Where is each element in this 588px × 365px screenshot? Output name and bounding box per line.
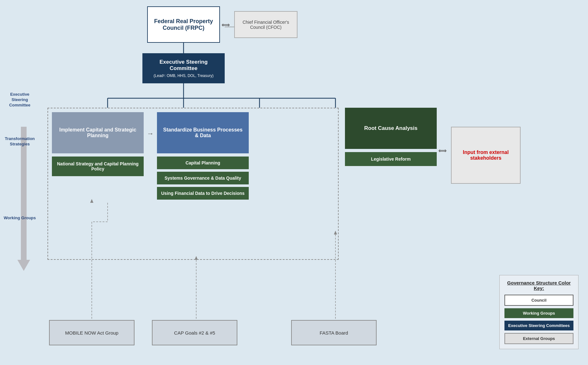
svg-marker-24: [17, 260, 30, 271]
gov-key-title: Governance Structure Color Key:: [504, 280, 573, 291]
strategies-dashed-container: Implement Capital and Strategic Planning…: [47, 108, 339, 260]
cap-goals-box: CAP Goals #2 & #5: [152, 320, 237, 345]
col2-item3: Using Financial Data to Drive Decisions: [157, 187, 249, 200]
esc-main-box: Executive Steering Committee (Lead¹: OMB…: [142, 53, 225, 83]
col2: Standardize Business Processes & Data Ca…: [157, 112, 249, 255]
col1: Implement Capital and Strategic Planning…: [52, 112, 144, 255]
col3-header: Root Cause Analysis: [345, 108, 437, 149]
gov-key-ext: External Groups: [504, 333, 573, 344]
col3-item1: Legislative Reform: [345, 152, 437, 166]
esc-main-lead: (Lead¹: OMB, HHS, DOL, Treasury): [153, 74, 213, 78]
cfoc-label: Chief Financial Officer's Council (CFOC): [237, 20, 294, 30]
col1-item1: National Strategy and Capital Planning P…: [52, 157, 144, 176]
frpc-label: Federal Real Property Council (FRPC): [151, 18, 216, 31]
col1-header: Implement Capital and Strategic Planning: [52, 112, 144, 153]
external-label: Input from external stakeholders: [456, 150, 515, 161]
left-wg-label: Working Groups: [3, 215, 36, 221]
col1-col2-arrow: →: [147, 112, 154, 255]
col2-item2: Systems Governance & Data Quality: [157, 172, 249, 184]
gov-key-wg: Working Groups: [504, 308, 573, 318]
col2-header: Standardize Business Processes & Data: [157, 112, 249, 153]
cfoc-box: Chief Financial Officer's Council (CFOC): [234, 11, 297, 38]
frpc-cfoc-arrow: ⟺: [222, 22, 230, 29]
fasta-board-label: FASTA Board: [320, 330, 348, 336]
mobile-now-box: MOBILE NOW Act Group: [49, 320, 134, 345]
page-container: Federal Real Property Council (FRPC) Chi…: [0, 0, 588, 365]
fasta-board-box: FASTA Board: [291, 320, 377, 345]
col2-item1: Capital Planning: [157, 157, 249, 169]
left-esc-label: Executive Steering Committee: [3, 92, 36, 108]
col3: Root Cause Analysis Legislative Reform: [345, 108, 437, 166]
gov-key-esc: Executive Steering Committees: [504, 321, 573, 330]
external-box: Input from external stakeholders: [451, 127, 521, 184]
gov-key-council: Council: [504, 295, 573, 306]
col3-external-arrow: ⟺: [438, 147, 447, 154]
frpc-box: Federal Real Property Council (FRPC): [147, 6, 220, 43]
esc-main-label: Executive Steering Committee: [147, 59, 220, 72]
mobile-now-label: MOBILE NOW Act Group: [65, 330, 118, 336]
cap-goals-label: CAP Goals #2 & #5: [174, 330, 215, 336]
left-ts-label: Transformation Strategies: [3, 136, 36, 147]
gov-key-panel: Governance Structure Color Key: Council …: [499, 275, 579, 349]
